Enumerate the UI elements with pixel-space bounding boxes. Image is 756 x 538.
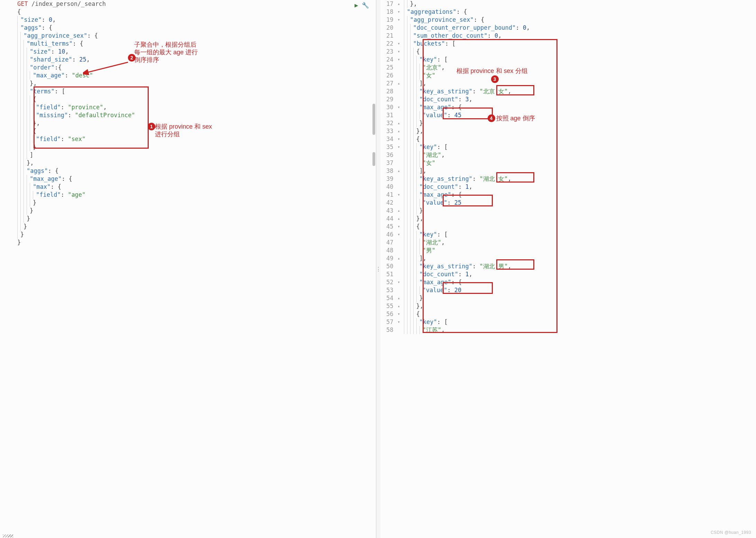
resize-handle[interactable] bbox=[3, 535, 13, 537]
right-code-area[interactable]: }, "aggregations": { "agg_province_sex":… bbox=[404, 0, 756, 538]
left-scroll-thumb[interactable] bbox=[372, 104, 375, 135]
watermark: CSDN @huan_1993 bbox=[711, 529, 751, 537]
left-line-numbers bbox=[0, 0, 17, 538]
request-editor-panel: ▶ 🔧 GET /index_person/_search{ "size": 0… bbox=[0, 0, 376, 538]
response-panel: 1718192021222324252627282930313233343536… bbox=[380, 0, 756, 538]
right-line-numbers: 1718192021222324252627282930313233343536… bbox=[380, 0, 398, 538]
right-fold-gutter[interactable]: ▴▾▾▾▾▾▴▾▴▴▾▾▴▾▴▴▾▾▴▾▴▴▾▾ bbox=[398, 0, 404, 538]
panel-divider[interactable] bbox=[376, 0, 380, 538]
left-scroll-thumb-2[interactable] bbox=[372, 152, 375, 166]
left-code-area[interactable]: GET /index_person/_search{ "size": 0, "a… bbox=[17, 0, 376, 538]
